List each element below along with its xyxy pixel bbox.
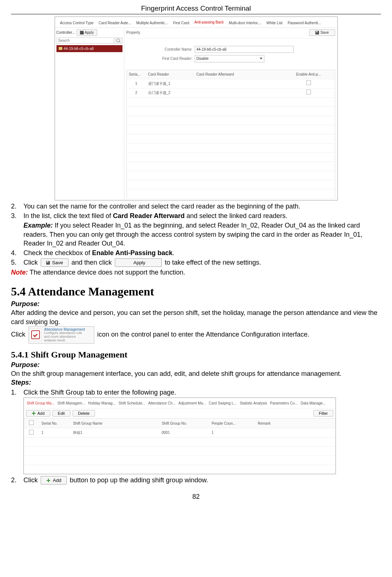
cell-reader: 出门读卡器_2 bbox=[146, 88, 194, 97]
plus-icon bbox=[32, 411, 36, 415]
attendance-check-icon bbox=[29, 329, 42, 341]
cell-serial: 1 bbox=[127, 79, 146, 88]
delete-button-toolbar[interactable]: Delete bbox=[73, 410, 95, 417]
shift-group-table: Serial No. Shift Group Name Shift Group … bbox=[24, 418, 336, 474]
tab-multiple-auth[interactable]: Multiple Authentic... bbox=[134, 19, 170, 28]
tab-shift-schedule[interactable]: Shift Schedule... bbox=[118, 399, 146, 408]
controller-tree-item[interactable]: 44-19-b6-c5-cb-a6 bbox=[56, 45, 122, 52]
purpose-text-2: On the shift group management interface,… bbox=[11, 369, 381, 378]
col-enable-antip: Enable Anti-p... bbox=[290, 70, 327, 79]
col-people-count: People Coun... bbox=[209, 419, 255, 428]
add-label: Add bbox=[53, 477, 61, 484]
search-button[interactable] bbox=[114, 37, 122, 44]
cell-checkbox[interactable] bbox=[24, 428, 39, 438]
col-shift-group-name: Shift Group Name bbox=[70, 419, 159, 428]
heading-5-4: 5.4 Attendance Management bbox=[11, 284, 381, 300]
card-reader-table: Seria... Card Reader Card Reader Afterwa… bbox=[127, 70, 335, 199]
property-title: Property bbox=[127, 30, 140, 35]
checkbox-icon bbox=[306, 80, 311, 85]
save-button-inline[interactable]: Save bbox=[41, 258, 69, 267]
apply-button-sidebar[interactable]: Apply bbox=[77, 29, 97, 36]
col-card-reader-afterward: Card Reader Afterward bbox=[194, 70, 290, 79]
step-number: 5. bbox=[11, 258, 23, 267]
tab-white-list[interactable]: White List bbox=[264, 19, 285, 28]
step-number: 2. bbox=[11, 476, 23, 485]
cell-reader: 进门读卡器_1 bbox=[146, 79, 194, 88]
tab-parameters-config[interactable]: Parameters Co... bbox=[269, 399, 298, 408]
step-number: 3. bbox=[11, 211, 23, 220]
step-text: Check the checkbox of Enable Anti-Passin… bbox=[23, 248, 381, 257]
cell-name: 班组1 bbox=[70, 428, 159, 438]
controller-label: Controller... bbox=[56, 30, 75, 35]
edit-button-toolbar[interactable]: Edit bbox=[52, 410, 70, 417]
step-text: You can set the name for the controller … bbox=[23, 202, 381, 211]
tab-holiday-mgmt[interactable]: Holiday Manag... bbox=[87, 399, 116, 408]
step-5-4-1-2: 2. Click Add button to pop up the adding… bbox=[11, 476, 381, 485]
table-row[interactable]: 1 班组1 0001 1 bbox=[24, 428, 336, 438]
cell-afterward[interactable] bbox=[194, 79, 290, 88]
purpose-text: After adding the device and person, you … bbox=[11, 308, 381, 326]
cell-count: 1 bbox=[209, 428, 255, 438]
plus-icon bbox=[46, 478, 51, 483]
apply-label: Apply bbox=[85, 30, 94, 35]
device-icon bbox=[59, 47, 62, 50]
attendance-management-cp-icon[interactable]: Attendance Management Configure attendan… bbox=[28, 326, 94, 344]
add-label: Add bbox=[37, 411, 45, 416]
search-input[interactable] bbox=[56, 37, 114, 44]
step-3: 3. In the list, click the text filed of … bbox=[11, 211, 381, 220]
steps-label: Steps: bbox=[11, 378, 381, 387]
save-label: Save bbox=[320, 30, 329, 35]
tab-data-manage[interactable]: Data Manage... bbox=[300, 399, 326, 408]
tab-shift-mgmt[interactable]: Shift Managem... bbox=[57, 399, 86, 408]
page-number: 82 bbox=[11, 492, 381, 501]
anti-passing-back-panel-screenshot: Access Control Type Card Reader Aute... … bbox=[55, 17, 338, 200]
first-card-reader-select[interactable]: Disable bbox=[195, 55, 264, 62]
step-4: 4. Check the checkbox of Enable Anti-Pas… bbox=[11, 248, 381, 257]
first-card-reader-value: Disable bbox=[197, 56, 209, 61]
tab-statistic-analysis[interactable]: Statistic Analysis bbox=[239, 399, 268, 408]
filter-button-toolbar[interactable]: Filter bbox=[314, 410, 333, 417]
save-label: Save bbox=[52, 260, 63, 266]
cell-remark bbox=[255, 428, 327, 438]
tab-shift-group-mgmt[interactable]: Shift Group Ma... bbox=[26, 399, 55, 408]
cell-enable-antip[interactable] bbox=[290, 79, 327, 88]
col-shift-group-no: Shift Group No. bbox=[159, 419, 209, 428]
add-button-toolbar[interactable]: Add bbox=[26, 410, 50, 417]
tab-access-control-type[interactable]: Access Control Type bbox=[58, 19, 96, 28]
controller-name-input[interactable]: 44-19-b6-c5-cb-a6 bbox=[195, 46, 294, 53]
apply-button-inline[interactable]: Apply bbox=[115, 258, 162, 267]
col-checkbox[interactable] bbox=[24, 419, 39, 428]
tab-anti-passing-back[interactable]: Anti-passing Back bbox=[192, 18, 226, 28]
cp-icon-text: Attendance Management Configure attendan… bbox=[44, 327, 85, 342]
tab-first-card[interactable]: First Card bbox=[171, 19, 191, 28]
chevron-down-icon bbox=[260, 58, 263, 59]
controller-name-label: Controller Name: bbox=[156, 47, 193, 52]
step-text: Click Add button to pop up the adding sh… bbox=[23, 476, 381, 485]
col-serial: Seria... bbox=[127, 70, 146, 79]
tab-attendance-check[interactable]: Attendance Ch... bbox=[147, 399, 176, 408]
tab-card-reader-auth[interactable]: Card Reader Aute... bbox=[96, 19, 133, 28]
col-spacer bbox=[327, 70, 335, 79]
step-number: 4. bbox=[11, 248, 23, 257]
tab-adjustment-mgmt[interactable]: Adjustment Ma... bbox=[178, 399, 207, 408]
step-text: Click Save and then click Apply to take … bbox=[23, 258, 381, 267]
apply-label: Apply bbox=[133, 260, 146, 266]
tab-multi-door-interlock[interactable]: Multi-door Interloc... bbox=[227, 19, 263, 28]
cell-enable-antip[interactable] bbox=[290, 88, 327, 97]
step-text: Click the Shift Group tab to enter the f… bbox=[23, 388, 381, 397]
step-2: 2. You can set the name for the controll… bbox=[11, 202, 381, 211]
tab-card-swiping-log[interactable]: Card Swiping L... bbox=[208, 399, 238, 408]
table-row[interactable]: 1 进门读卡器_1 bbox=[127, 79, 335, 88]
save-button[interactable]: Save bbox=[309, 29, 335, 36]
add-button-inline[interactable]: Add bbox=[41, 476, 67, 485]
search-icon bbox=[116, 39, 120, 42]
purpose-label: Purpose: bbox=[11, 300, 381, 308]
cell-serial: 2 bbox=[127, 88, 146, 97]
step-text: In the list, click the text filed of Car… bbox=[23, 211, 381, 220]
checkbox-icon bbox=[306, 90, 311, 94]
tab-password-auth[interactable]: Password Authenti... bbox=[285, 19, 323, 28]
apply-icon bbox=[80, 31, 84, 35]
table-row[interactable]: 2 出门读卡器_2 bbox=[127, 88, 335, 97]
cell-afterward[interactable] bbox=[194, 88, 290, 97]
floppy-icon bbox=[46, 261, 50, 265]
